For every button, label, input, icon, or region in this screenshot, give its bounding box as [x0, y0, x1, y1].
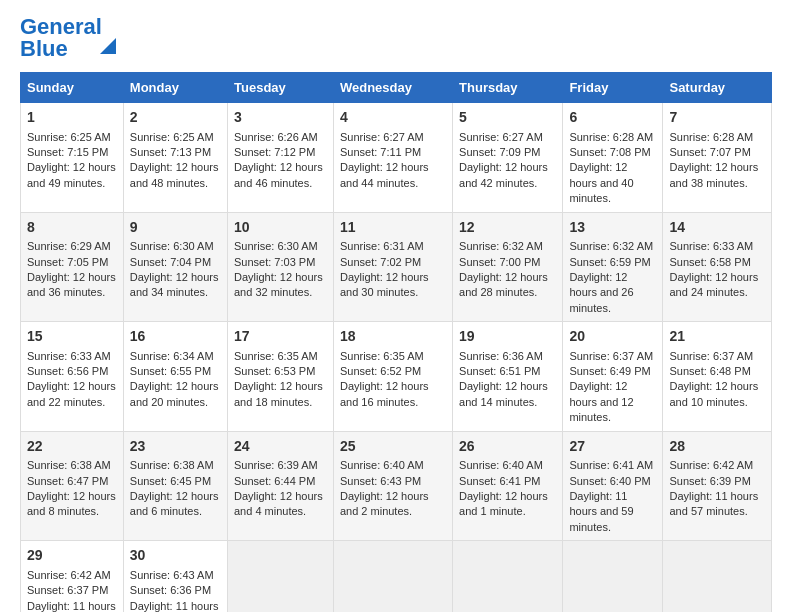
header: General Blue — [20, 16, 772, 60]
day-number: 25 — [340, 437, 446, 457]
calendar-day-cell: 5Sunrise: 6:27 AMSunset: 7:09 PMDaylight… — [453, 103, 563, 213]
day-number: 10 — [234, 218, 327, 238]
day-number: 20 — [569, 327, 656, 347]
col-header-tuesday: Tuesday — [228, 73, 334, 103]
calendar-day-cell: 3Sunrise: 6:26 AMSunset: 7:12 PMDaylight… — [228, 103, 334, 213]
calendar-week-row: 29Sunrise: 6:42 AMSunset: 6:37 PMDayligh… — [21, 541, 772, 612]
calendar-week-row: 22Sunrise: 6:38 AMSunset: 6:47 PMDayligh… — [21, 431, 772, 541]
day-number: 4 — [340, 108, 446, 128]
calendar-day-cell: 13Sunrise: 6:32 AMSunset: 6:59 PMDayligh… — [563, 212, 663, 322]
calendar-day-cell: 9Sunrise: 6:30 AMSunset: 7:04 PMDaylight… — [123, 212, 227, 322]
day-number: 3 — [234, 108, 327, 128]
calendar-week-row: 8Sunrise: 6:29 AMSunset: 7:05 PMDaylight… — [21, 212, 772, 322]
day-number: 26 — [459, 437, 556, 457]
calendar-table: SundayMondayTuesdayWednesdayThursdayFrid… — [20, 72, 772, 612]
calendar-day-cell: 20Sunrise: 6:37 AMSunset: 6:49 PMDayligh… — [563, 322, 663, 432]
calendar-day-cell: 27Sunrise: 6:41 AMSunset: 6:40 PMDayligh… — [563, 431, 663, 541]
day-number: 24 — [234, 437, 327, 457]
calendar-day-cell: 8Sunrise: 6:29 AMSunset: 7:05 PMDaylight… — [21, 212, 124, 322]
col-header-sunday: Sunday — [21, 73, 124, 103]
calendar-day-cell: 28Sunrise: 6:42 AMSunset: 6:39 PMDayligh… — [663, 431, 772, 541]
calendar-day-cell: 26Sunrise: 6:40 AMSunset: 6:41 PMDayligh… — [453, 431, 563, 541]
calendar-day-cell: 24Sunrise: 6:39 AMSunset: 6:44 PMDayligh… — [228, 431, 334, 541]
day-number: 22 — [27, 437, 117, 457]
empty-cell — [563, 541, 663, 612]
day-number: 19 — [459, 327, 556, 347]
calendar-day-cell: 7Sunrise: 6:28 AMSunset: 7:07 PMDaylight… — [663, 103, 772, 213]
calendar-day-cell: 19Sunrise: 6:36 AMSunset: 6:51 PMDayligh… — [453, 322, 563, 432]
calendar-day-cell: 18Sunrise: 6:35 AMSunset: 6:52 PMDayligh… — [333, 322, 452, 432]
calendar-day-cell: 25Sunrise: 6:40 AMSunset: 6:43 PMDayligh… — [333, 431, 452, 541]
calendar-day-cell: 29Sunrise: 6:42 AMSunset: 6:37 PMDayligh… — [21, 541, 124, 612]
day-number: 6 — [569, 108, 656, 128]
calendar-day-cell: 21Sunrise: 6:37 AMSunset: 6:48 PMDayligh… — [663, 322, 772, 432]
empty-cell — [663, 541, 772, 612]
day-number: 23 — [130, 437, 221, 457]
col-header-friday: Friday — [563, 73, 663, 103]
calendar-day-cell: 10Sunrise: 6:30 AMSunset: 7:03 PMDayligh… — [228, 212, 334, 322]
day-number: 11 — [340, 218, 446, 238]
calendar-day-cell: 23Sunrise: 6:38 AMSunset: 6:45 PMDayligh… — [123, 431, 227, 541]
day-number: 12 — [459, 218, 556, 238]
col-header-thursday: Thursday — [453, 73, 563, 103]
day-number: 15 — [27, 327, 117, 347]
day-number: 18 — [340, 327, 446, 347]
day-number: 8 — [27, 218, 117, 238]
logo-blue: Blue — [20, 36, 68, 61]
calendar-day-cell: 12Sunrise: 6:32 AMSunset: 7:00 PMDayligh… — [453, 212, 563, 322]
empty-cell — [453, 541, 563, 612]
day-number: 16 — [130, 327, 221, 347]
calendar-day-cell: 6Sunrise: 6:28 AMSunset: 7:08 PMDaylight… — [563, 103, 663, 213]
calendar-day-cell: 14Sunrise: 6:33 AMSunset: 6:58 PMDayligh… — [663, 212, 772, 322]
day-number: 1 — [27, 108, 117, 128]
day-number: 7 — [669, 108, 765, 128]
logo-text: General Blue — [20, 16, 102, 60]
calendar-day-cell: 4Sunrise: 6:27 AMSunset: 7:11 PMDaylight… — [333, 103, 452, 213]
day-number: 17 — [234, 327, 327, 347]
day-number: 13 — [569, 218, 656, 238]
logo: General Blue — [20, 16, 120, 60]
calendar-day-cell: 17Sunrise: 6:35 AMSunset: 6:53 PMDayligh… — [228, 322, 334, 432]
calendar-day-cell: 11Sunrise: 6:31 AMSunset: 7:02 PMDayligh… — [333, 212, 452, 322]
calendar-week-row: 1Sunrise: 6:25 AMSunset: 7:15 PMDaylight… — [21, 103, 772, 213]
empty-cell — [333, 541, 452, 612]
day-number: 30 — [130, 546, 221, 566]
day-number: 27 — [569, 437, 656, 457]
svg-marker-0 — [100, 38, 116, 54]
day-number: 29 — [27, 546, 117, 566]
calendar-day-cell: 2Sunrise: 6:25 AMSunset: 7:13 PMDaylight… — [123, 103, 227, 213]
col-header-monday: Monday — [123, 73, 227, 103]
calendar-week-row: 15Sunrise: 6:33 AMSunset: 6:56 PMDayligh… — [21, 322, 772, 432]
day-number: 9 — [130, 218, 221, 238]
day-number: 14 — [669, 218, 765, 238]
empty-cell — [228, 541, 334, 612]
col-header-saturday: Saturday — [663, 73, 772, 103]
day-number: 28 — [669, 437, 765, 457]
header-row: SundayMondayTuesdayWednesdayThursdayFrid… — [21, 73, 772, 103]
logo-icon — [98, 36, 120, 58]
calendar-day-cell: 1Sunrise: 6:25 AMSunset: 7:15 PMDaylight… — [21, 103, 124, 213]
calendar-day-cell: 15Sunrise: 6:33 AMSunset: 6:56 PMDayligh… — [21, 322, 124, 432]
day-number: 5 — [459, 108, 556, 128]
calendar-day-cell: 22Sunrise: 6:38 AMSunset: 6:47 PMDayligh… — [21, 431, 124, 541]
calendar-day-cell: 30Sunrise: 6:43 AMSunset: 6:36 PMDayligh… — [123, 541, 227, 612]
col-header-wednesday: Wednesday — [333, 73, 452, 103]
day-number: 2 — [130, 108, 221, 128]
calendar-day-cell: 16Sunrise: 6:34 AMSunset: 6:55 PMDayligh… — [123, 322, 227, 432]
day-number: 21 — [669, 327, 765, 347]
